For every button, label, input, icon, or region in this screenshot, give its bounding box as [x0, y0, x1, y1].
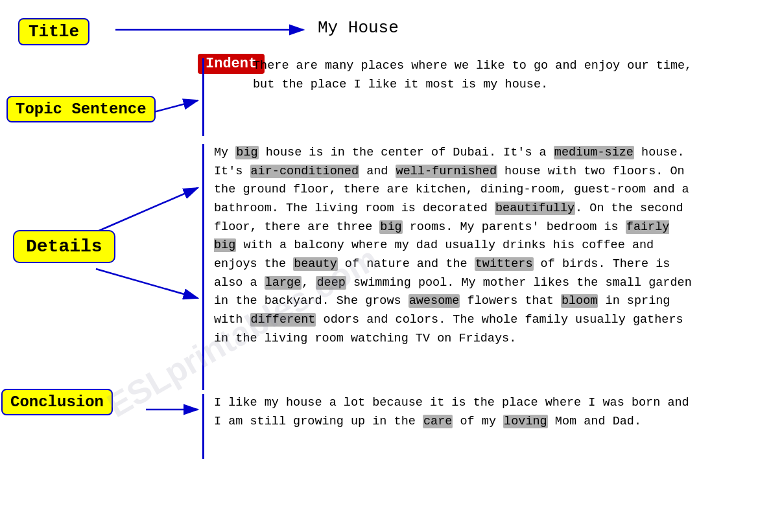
- title-text-value: My House: [318, 18, 399, 38]
- highlighted-word: care: [423, 415, 453, 428]
- page: Title My House Indent Topic Sentence Det…: [0, 0, 758, 532]
- vline-intro: [202, 58, 204, 136]
- highlighted-word: different: [250, 313, 316, 327]
- highlighted-word: loving: [503, 415, 548, 428]
- highlighted-word: beauty: [293, 257, 338, 271]
- title-text: My House: [318, 18, 399, 38]
- conclusion-label: Conclusion: [1, 389, 113, 415]
- highlighted-word: air-conditioned: [250, 165, 360, 178]
- highlighted-word: bloom: [561, 294, 598, 308]
- intro-paragraph-text: There are many places where we like to g…: [253, 59, 692, 91]
- highlighted-word: large: [265, 276, 302, 290]
- highlighted-word: well-furnished: [396, 165, 497, 178]
- vline-details: [202, 144, 204, 390]
- topic-sentence-text: Topic Sentence: [16, 100, 147, 118]
- details-paragraph: My big house is in the center of Dubai. …: [214, 144, 694, 348]
- svg-line-3: [96, 188, 198, 232]
- details-label-text: Details: [26, 237, 102, 257]
- highlighted-word: beautifully: [495, 202, 575, 215]
- title-label-text: Title: [29, 22, 79, 41]
- indent-label-text: Indent: [206, 56, 257, 72]
- highlighted-word: big: [379, 220, 402, 234]
- title-label: Title: [18, 18, 89, 45]
- svg-line-4: [96, 269, 198, 298]
- vline-conclusion: [202, 394, 204, 459]
- details-label: Details: [13, 230, 115, 263]
- highlighted-word: big: [235, 146, 258, 159]
- conclusion-label-text: Conclusion: [10, 393, 104, 411]
- highlighted-word: deep: [316, 276, 346, 290]
- topic-sentence-label: Topic Sentence: [6, 96, 156, 122]
- highlighted-word: awesome: [409, 294, 460, 308]
- highlighted-word: fairly big: [214, 220, 669, 253]
- conclusion-paragraph: I like my house a lot because it is the …: [214, 394, 694, 431]
- highlighted-word: medium-size: [554, 146, 634, 159]
- highlighted-word: twitters: [475, 257, 534, 271]
- intro-paragraph: There are many places where we like to g…: [253, 57, 695, 94]
